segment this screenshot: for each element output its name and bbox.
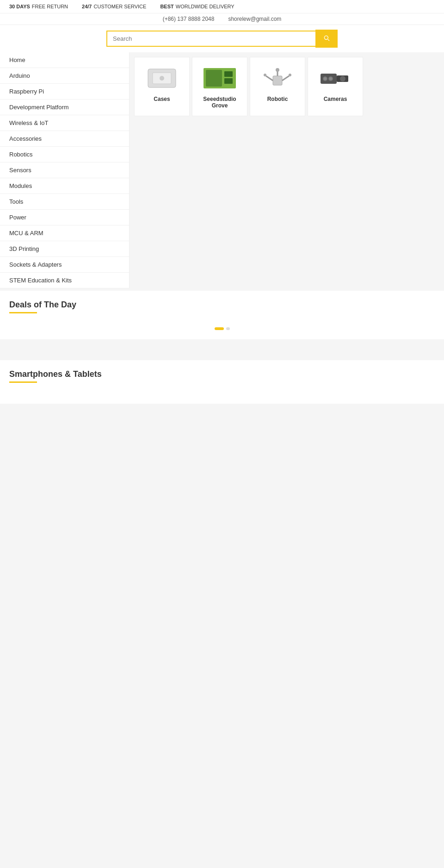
search-button[interactable] xyxy=(315,30,338,48)
svg-line-9 xyxy=(266,76,273,81)
search-input[interactable] xyxy=(106,31,315,47)
svg-point-13 xyxy=(289,74,291,76)
robotic-label: Robotic xyxy=(267,96,288,102)
search-row xyxy=(0,25,444,52)
cameras-icon xyxy=(317,64,354,92)
dot-active[interactable] xyxy=(215,327,224,330)
top-bar: 30 DAYS FREE RETURN 24/7 CUSTOMER SERVIC… xyxy=(0,0,444,13)
dot-inactive[interactable] xyxy=(226,327,230,330)
sidebar-item-robotics[interactable]: Robotics xyxy=(0,147,129,162)
sidebar-item-accessories[interactable]: Accessories xyxy=(0,131,129,147)
svg-line-10 xyxy=(282,76,289,81)
deals-title: Deals of The Day xyxy=(9,300,435,310)
category-card-cameras[interactable]: Cameras xyxy=(308,57,363,116)
category-card-robotic[interactable]: Robotic xyxy=(250,57,305,116)
sidebar-item-modules[interactable]: Modules xyxy=(0,178,129,194)
sidebar-item-3d-printing[interactable]: 3D Printing xyxy=(0,241,129,257)
sidebar-nav: HomeArduinoRaspberry PiDevelopment Platf… xyxy=(0,52,130,288)
svg-rect-7 xyxy=(273,76,282,85)
category-card-seeed[interactable]: Seeedstudio Grove xyxy=(192,57,247,116)
svg-rect-5 xyxy=(224,71,233,77)
robotic-icon xyxy=(259,64,296,92)
sidebar-item-raspberry-pi[interactable]: Raspberry Pi xyxy=(0,84,129,100)
customer-service: 24/7 CUSTOMER SERVICE xyxy=(82,4,146,9)
deals-underline xyxy=(9,312,37,313)
svg-point-11 xyxy=(276,68,279,72)
svg-point-17 xyxy=(324,77,327,80)
sidebar-item-wireless-iot[interactable]: Wireless & IoT xyxy=(0,115,129,131)
svg-rect-6 xyxy=(224,78,233,84)
sidebar-item-mcu-arm[interactable]: MCU & ARM xyxy=(0,225,129,241)
deals-section: Deals of The Day xyxy=(0,291,444,339)
search-bar xyxy=(106,30,338,48)
smartphones-content xyxy=(9,390,435,394)
smartphones-section: Smartphones & Tablets xyxy=(0,360,444,404)
svg-rect-4 xyxy=(206,70,222,87)
svg-point-19 xyxy=(329,77,332,80)
category-card-cases[interactable]: Cases xyxy=(134,57,190,116)
svg-point-2 xyxy=(160,76,164,81)
delivery-bold: BEST xyxy=(160,4,173,9)
email-address: shorelew@gmail.com xyxy=(228,16,281,22)
service-hours: 24/7 xyxy=(82,4,92,9)
smartphones-underline xyxy=(9,381,37,383)
cases-icon xyxy=(143,64,180,92)
delivery-text: WORLDWIDE DELIVERY xyxy=(176,4,234,9)
category-showcase: Cases Seeedstudio Grove Robotic Cameras xyxy=(130,52,444,288)
smartphones-title: Smartphones & Tablets xyxy=(9,369,435,379)
delivery-policy: BEST WORLDWIDE DELIVERY xyxy=(160,4,234,9)
return-policy: 30 DAYS FREE RETURN xyxy=(9,4,68,9)
header: (+86) 137 8888 2048 shorelew@gmail.com xyxy=(0,13,444,52)
svg-point-20 xyxy=(340,76,345,81)
sidebar-item-power[interactable]: Power xyxy=(0,210,129,225)
sidebar-item-tools[interactable]: Tools xyxy=(0,194,129,210)
sidebar-item-arduino[interactable]: Arduino xyxy=(0,68,129,84)
pagination-dots xyxy=(9,327,435,330)
seeed-label: Seeedstudio Grove xyxy=(197,96,242,109)
sidebar-item-home[interactable]: Home xyxy=(0,52,129,68)
cases-label: Cases xyxy=(154,96,170,102)
service-text: CUSTOMER SERVICE xyxy=(94,4,147,9)
sidebar-item-dev-platform[interactable]: Development Platform xyxy=(0,100,129,115)
phone-number: (+86) 137 8888 2048 xyxy=(163,16,215,22)
main-container: HomeArduinoRaspberry PiDevelopment Platf… xyxy=(0,52,444,288)
seeed-icon xyxy=(201,64,238,92)
sidebar-item-sockets[interactable]: Sockets & Adapters xyxy=(0,257,129,273)
sidebar-item-sensors[interactable]: Sensors xyxy=(0,162,129,178)
return-days: 30 DAYS xyxy=(9,4,30,9)
sidebar-item-stem[interactable]: STEM Education & Kits xyxy=(0,273,129,288)
svg-point-12 xyxy=(264,74,266,76)
cameras-label: Cameras xyxy=(324,96,347,102)
contact-row: (+86) 137 8888 2048 shorelew@gmail.com xyxy=(0,13,444,25)
return-text: FREE RETURN xyxy=(32,4,68,9)
